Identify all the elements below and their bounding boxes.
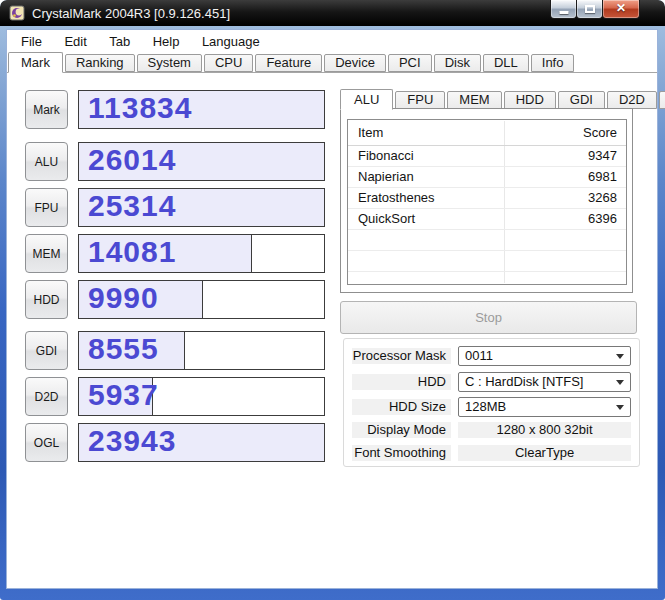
hdd-size-select[interactable]: 128MB xyxy=(458,397,631,417)
hdd-size-label: HDD Size xyxy=(352,399,451,415)
stop-button[interactable]: Stop xyxy=(340,301,637,334)
bench-button-ogl[interactable]: OGL xyxy=(25,423,68,462)
hdd-select[interactable]: C : HardDisk [NTFS] xyxy=(458,372,631,392)
window-title: CrystalMark 2004R3 [0.9.126.451] xyxy=(32,6,230,21)
column-header-item[interactable]: Item xyxy=(358,120,383,145)
bench-score-gdi: 8555 xyxy=(88,332,159,366)
menu-tab[interactable]: Tab xyxy=(100,30,139,49)
item-score: 9347 xyxy=(588,146,617,166)
bench-row-alu: ALU 26014 xyxy=(25,142,327,181)
display-mode-label: Display Mode xyxy=(352,422,451,438)
table-row: Fibonacci 9347 xyxy=(348,146,626,167)
item-score: 6396 xyxy=(588,209,617,229)
bench-score-mark: 113834 xyxy=(88,91,192,125)
maximize-icon xyxy=(585,5,595,13)
tab-dll[interactable]: DLL xyxy=(483,54,529,72)
item-score: 3268 xyxy=(588,188,617,208)
tab-cpu[interactable]: CPU xyxy=(204,54,253,72)
table-row: QuickSort 6396 xyxy=(348,209,626,230)
bench-bar-mem: 14081 xyxy=(78,234,325,273)
table-row-empty xyxy=(348,230,626,251)
title-bar: CrystalMark 2004R3 [0.9.126.451] ✕ xyxy=(0,0,665,26)
menu-file[interactable]: File xyxy=(12,30,51,49)
tab-disk[interactable]: Disk xyxy=(434,54,481,72)
table-row-empty xyxy=(348,251,626,272)
bench-button-mark[interactable]: Mark xyxy=(25,90,68,129)
bench-row-fpu: FPU 25314 xyxy=(25,188,327,227)
bench-row-hdd: HDD 9990 xyxy=(25,280,327,319)
detail-tab-fpu[interactable]: FPU xyxy=(395,91,445,109)
detail-tab-alu[interactable]: ALU xyxy=(340,89,393,110)
menu-edit[interactable]: Edit xyxy=(55,30,95,49)
tab-feature[interactable]: Feature xyxy=(255,54,322,72)
bench-button-gdi[interactable]: GDI xyxy=(25,331,68,370)
font-smoothing-label: Font Smoothing xyxy=(352,445,451,461)
bench-bar-d2d: 5937 xyxy=(78,377,325,416)
item-name: Napierian xyxy=(358,167,414,187)
bench-button-alu[interactable]: ALU xyxy=(25,142,68,181)
processor-mask-label: Processor Mask xyxy=(352,348,451,364)
bench-button-fpu[interactable]: FPU xyxy=(25,188,68,227)
bench-score-alu: 26014 xyxy=(88,143,176,177)
bench-score-hdd: 9990 xyxy=(88,281,159,315)
dropdown-arrow-icon xyxy=(616,354,624,359)
menu-bar: File Edit Tab Help Language xyxy=(7,30,657,52)
column-header-score[interactable]: Score xyxy=(583,120,617,145)
detail-tab-d2d[interactable]: D2D xyxy=(607,91,657,109)
bench-bar-gdi: 8555 xyxy=(78,331,325,370)
detail-tab-strip: ALU FPU MEM HDD GDI D2D OGL xyxy=(340,88,665,109)
item-score: 6981 xyxy=(588,167,617,187)
close-icon: ✕ xyxy=(603,0,639,17)
tab-mark[interactable]: Mark xyxy=(8,52,63,73)
menu-help[interactable]: Help xyxy=(144,30,189,49)
bench-row-ogl: OGL 23943 xyxy=(25,423,327,462)
detail-pane: Item Score Fibonacci 9347 Napierian 6981… xyxy=(340,108,633,293)
bench-row-mark: Mark 113834 xyxy=(25,90,327,129)
table-row-empty xyxy=(348,272,626,285)
bench-row-gdi: GDI 8555 xyxy=(25,331,327,370)
bench-score-d2d: 5937 xyxy=(88,378,159,412)
bench-button-d2d[interactable]: D2D xyxy=(25,377,68,416)
detail-tab-mem[interactable]: MEM xyxy=(447,91,501,109)
item-name: Fibonacci xyxy=(358,146,414,166)
detail-tab-hdd[interactable]: HDD xyxy=(504,91,556,109)
processor-mask-select[interactable]: 0011 xyxy=(458,346,631,366)
dropdown-arrow-icon xyxy=(616,380,624,385)
close-button[interactable]: ✕ xyxy=(602,0,640,19)
bench-score-fpu: 25314 xyxy=(88,189,176,223)
tab-ranking[interactable]: Ranking xyxy=(65,54,135,72)
dropdown-arrow-icon xyxy=(616,405,624,410)
tab-system[interactable]: System xyxy=(137,54,202,72)
main-tab-strip: Mark Ranking System CPU Feature Device P… xyxy=(7,52,657,73)
app-window: CrystalMark 2004R3 [0.9.126.451] ✕ File … xyxy=(0,0,665,600)
bench-bar-ogl: 23943 xyxy=(78,423,325,462)
maximize-button[interactable] xyxy=(576,0,603,19)
score-table: Item Score Fibonacci 9347 Napierian 6981… xyxy=(347,119,627,285)
hdd-label: HDD xyxy=(352,374,451,390)
app-icon xyxy=(9,5,25,21)
hdd-value: C : HardDisk [NTFS] xyxy=(465,373,583,391)
minimize-button[interactable] xyxy=(550,0,577,19)
bench-bar-alu: 26014 xyxy=(78,142,325,181)
bench-score-mem: 14081 xyxy=(88,235,176,269)
bench-button-mem[interactable]: MEM xyxy=(25,234,68,273)
table-header: Item Score xyxy=(348,120,626,146)
font-smoothing-value: ClearType xyxy=(458,445,631,461)
table-row: Eratosthenes 3268 xyxy=(348,188,626,209)
tab-pci[interactable]: PCI xyxy=(388,54,432,72)
detail-tab-ogl[interactable]: OGL xyxy=(659,91,665,109)
item-name: QuickSort xyxy=(358,209,415,229)
tab-info[interactable]: Info xyxy=(531,54,575,72)
bench-bar-mark: 113834 xyxy=(78,90,325,129)
menu-language[interactable]: Language xyxy=(193,30,269,49)
window-controls: ✕ xyxy=(551,0,640,19)
tab-device[interactable]: Device xyxy=(324,54,386,72)
client-area: File Edit Tab Help Language Mark Ranking… xyxy=(7,30,657,588)
detail-tab-gdi[interactable]: GDI xyxy=(558,91,605,109)
bench-row-mem: MEM 14081 xyxy=(25,234,327,273)
bench-button-hdd[interactable]: HDD xyxy=(25,280,68,319)
bench-bar-hdd: 9990 xyxy=(78,280,325,319)
processor-mask-value: 0011 xyxy=(465,347,493,365)
table-row: Napierian 6981 xyxy=(348,167,626,188)
hdd-size-value: 128MB xyxy=(465,398,506,416)
